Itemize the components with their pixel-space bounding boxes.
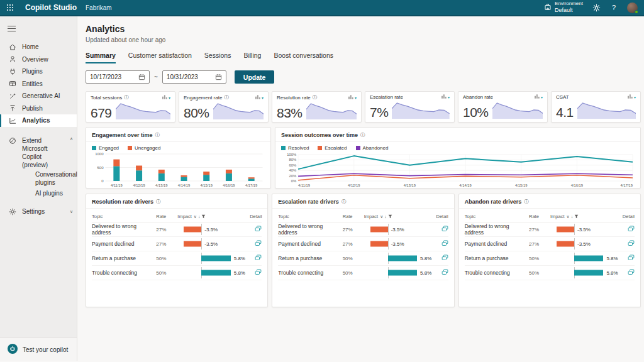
topic-cell: Payment declined xyxy=(92,241,156,247)
view-detail-icon[interactable] xyxy=(255,240,262,246)
column-topic[interactable]: Topic xyxy=(278,214,342,219)
column-impact[interactable]: Impact∨↓ xyxy=(364,211,432,222)
sidebar-item-extend-microsoft-copilot-preview[interactable]: Extend Microsoft Copilot (preview)∧ xyxy=(0,134,77,170)
table-row[interactable]: Payment declined27%-3.5% xyxy=(278,237,448,251)
date-from-input[interactable] xyxy=(90,74,134,80)
kpi-sparkline xyxy=(392,100,450,119)
info-icon[interactable]: ⓘ xyxy=(341,199,347,205)
tab-billing[interactable]: Billing xyxy=(243,52,261,63)
info-icon[interactable]: ⓘ xyxy=(124,94,129,101)
waffle-icon[interactable] xyxy=(6,4,20,11)
sidebar-item-entities[interactable]: Entities xyxy=(0,78,77,90)
legend-item-abandoned[interactable]: Abandoned xyxy=(356,145,389,151)
sort-descending-icon[interactable]: ↓ xyxy=(198,214,201,219)
chevron-down-icon[interactable]: ∨ xyxy=(567,214,570,219)
svg-text:1000: 1000 xyxy=(95,152,104,156)
legend-item-unengaged[interactable]: Unengaged xyxy=(128,145,160,151)
app-title[interactable]: Copilot Studio xyxy=(25,3,77,12)
column-rate[interactable]: Rate xyxy=(156,214,177,219)
info-icon[interactable]: ⓘ xyxy=(155,132,160,138)
view-detail-icon[interactable] xyxy=(628,226,635,232)
chevron-up-icon[interactable]: ∧ xyxy=(70,136,73,141)
filter-funnel-icon[interactable] xyxy=(201,214,206,219)
sidebar-item-ai-plugins[interactable]: AI plugins xyxy=(0,187,77,200)
tab-boost-conversations[interactable]: Boost conversations xyxy=(274,52,333,63)
table-row[interactable]: Delivered to wrong address27%-3.5% xyxy=(465,222,635,237)
table-row[interactable]: Trouble connecting50%5.8% xyxy=(278,266,448,280)
sidebar-item-settings[interactable]: Settings∨ xyxy=(0,206,77,218)
kpi-options[interactable]: ▾ xyxy=(535,94,543,100)
table-row[interactable]: Payment declined27%-3.5% xyxy=(92,237,262,251)
sidebar-item-analytics[interactable]: Analytics xyxy=(0,114,77,127)
gear-icon[interactable] xyxy=(592,3,601,12)
table-row[interactable]: Return a purchase50%5.8% xyxy=(465,251,635,266)
tab-summary[interactable]: Summary xyxy=(86,52,116,63)
info-icon[interactable]: ⓘ xyxy=(156,199,161,205)
date-range-row: ~ Update xyxy=(86,70,641,84)
date-to-field[interactable] xyxy=(162,70,226,84)
view-detail-icon[interactable] xyxy=(628,255,635,261)
date-to-input[interactable] xyxy=(167,74,211,80)
help-icon[interactable]: ? xyxy=(609,3,618,12)
view-detail-icon[interactable] xyxy=(255,269,262,275)
calendar-icon[interactable] xyxy=(138,74,145,80)
chevron-down-icon[interactable]: ∨ xyxy=(380,214,383,219)
svg-text:4/17/19: 4/17/19 xyxy=(621,184,633,187)
info-icon[interactable]: ⓘ xyxy=(313,94,318,101)
view-detail-icon[interactable] xyxy=(441,255,448,261)
kpi-options[interactable]: ▾ xyxy=(255,95,264,101)
info-icon[interactable]: ⓘ xyxy=(360,132,365,138)
view-detail-icon[interactable] xyxy=(628,240,635,246)
date-from-field[interactable] xyxy=(86,70,150,84)
legend-item-engaged[interactable]: Engaged xyxy=(92,145,119,151)
test-copilot-button[interactable]: Test your copilot xyxy=(0,337,77,361)
sidebar-item-publish[interactable]: Publish xyxy=(0,102,77,115)
kpi-options[interactable]: ▾ xyxy=(628,94,636,100)
calendar-icon[interactable] xyxy=(215,74,222,80)
info-icon[interactable]: ⓘ xyxy=(524,199,529,205)
column-rate[interactable]: Rate xyxy=(343,214,364,219)
legend-item-escalated[interactable]: Escalated xyxy=(318,145,347,151)
filter-funnel-icon[interactable] xyxy=(388,214,392,219)
chevron-down-icon[interactable]: ∨ xyxy=(194,214,197,219)
sort-descending-icon[interactable]: ↓ xyxy=(571,214,574,219)
column-impact[interactable]: Impact∨↓ xyxy=(550,211,618,222)
sidebar-item-plugins[interactable]: Plugins xyxy=(0,65,77,78)
sidebar-item-generative-ai[interactable]: Generative AI xyxy=(0,90,77,102)
update-button[interactable]: Update xyxy=(235,70,275,84)
table-row[interactable]: Payment declined27%-3.5% xyxy=(465,237,635,251)
kpi-options[interactable]: ▾ xyxy=(441,94,450,100)
column-rate[interactable]: Rate xyxy=(529,214,550,219)
chevron-down-icon[interactable]: ∨ xyxy=(70,209,73,214)
column-impact[interactable]: Impact∨↓ xyxy=(177,211,245,222)
view-detail-icon[interactable] xyxy=(441,269,448,275)
table-row[interactable]: Delivered to wrong address27%-3.5% xyxy=(278,222,448,237)
bot-name[interactable]: Fabrikam xyxy=(86,4,112,11)
sort-descending-icon[interactable]: ↓ xyxy=(384,214,387,219)
kpi-options[interactable]: ▾ xyxy=(162,95,170,101)
sidebar-item-home[interactable]: Home xyxy=(0,41,77,53)
table-row[interactable]: Return a purchase50%5.8% xyxy=(92,251,262,266)
legend-item-resolved[interactable]: Resolved xyxy=(281,145,309,151)
avatar[interactable] xyxy=(627,3,638,13)
table-row[interactable]: Delivered to wrong address27%-3.5% xyxy=(92,222,262,237)
hamburger-menu-icon[interactable] xyxy=(0,20,77,41)
view-detail-icon[interactable] xyxy=(441,226,448,232)
column-topic[interactable]: Topic xyxy=(92,214,156,219)
view-detail-icon[interactable] xyxy=(628,269,635,275)
view-detail-icon[interactable] xyxy=(255,255,262,261)
table-row[interactable]: Return a purchase50%5.8% xyxy=(278,251,448,266)
view-detail-icon[interactable] xyxy=(441,240,448,246)
table-row[interactable]: Trouble connecting50%5.8% xyxy=(465,266,635,280)
tab-customer-satisfaction[interactable]: Customer satisfaction xyxy=(128,52,192,63)
filter-funnel-icon[interactable] xyxy=(574,214,579,219)
sidebar-item-overview[interactable]: Overview xyxy=(0,53,77,66)
column-topic[interactable]: Topic xyxy=(465,214,529,219)
tab-sessions[interactable]: Sessions xyxy=(204,52,231,63)
view-detail-icon[interactable] xyxy=(255,226,262,232)
info-icon[interactable]: ⓘ xyxy=(224,94,229,101)
table-row[interactable]: Trouble connecting50%5.8% xyxy=(92,266,262,280)
environment-picker[interactable]: Environment Default xyxy=(544,1,583,14)
sidebar-item-conversational-plugins[interactable]: Conversational plugins xyxy=(0,170,77,187)
kpi-options[interactable]: ▾ xyxy=(348,95,357,101)
